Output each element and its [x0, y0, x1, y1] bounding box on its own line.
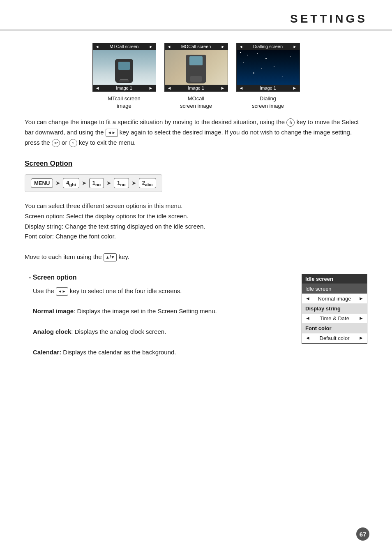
option-analog-clock: Analog clock: Displays the analog clock … — [33, 327, 289, 337]
screen-caption-mtcall: MTcall screen image — [108, 95, 140, 110]
phone-screen-box-mocall: ◄MOCall screen► ◄Image 1► — [164, 43, 228, 92]
title-arrow-left: ◄ — [95, 44, 99, 49]
phone-menu-time-date-label: Time & Date — [320, 315, 349, 321]
image-label: Image 1 — [260, 86, 276, 90]
title-arrow-right: ► — [221, 44, 225, 49]
screen-caption-mocall: MOcall screen image — [180, 95, 212, 110]
end-key-icon: ⌂ — [69, 139, 77, 147]
option-analog-clock-label: Analog clock — [33, 328, 71, 335]
phone-menu-header: Idle screen — [302, 274, 367, 284]
phone-screen-bottom-bar-mtcall: ◄Image 1► — [93, 85, 156, 91]
left-arrow-icon: ◄ — [305, 296, 310, 301]
desc-line-5: Move to each item using the ▲/▼ key. — [25, 252, 367, 262]
screen-option-text-col: - Screen option Use the ◄► key to select… — [25, 274, 289, 361]
desc-line-4: Font color: Change the font color. — [25, 231, 367, 242]
phone-screen-title-bar-dialing: ◄Dialling screen► — [237, 43, 300, 50]
phone-menu-font-color-label: Font color — [302, 324, 367, 333]
nav-key-menu: MENU — [31, 178, 53, 188]
desc-line-3: Display string: Change the text string d… — [25, 222, 367, 232]
phone-menu-sidebar: Idle screen Idle screen ◄ Normal image ►… — [302, 274, 367, 344]
screen-caption-dialing: Dialing screen image — [252, 95, 284, 110]
nav-arrow-1: ➤ — [55, 180, 60, 186]
screen-option-layout: - Screen option Use the ◄► key to select… — [25, 274, 367, 361]
phone-screen-title-bar-mocall: ◄MOCall screen► — [165, 43, 228, 50]
body-paragraph-1: You can change the image to fit a specif… — [25, 117, 367, 148]
desc-line-2: Screen option: Select the display option… — [25, 211, 367, 222]
phone-screen-img-area-dialing — [237, 50, 300, 85]
phone-screen-box-dialing: ◄Dialling screen► ◄Image 1► — [236, 43, 300, 92]
screen-images-row: ◄MTCall screen► ◄Image 1►MTcall screen i… — [25, 43, 367, 110]
title-arrow-right: ► — [149, 44, 153, 49]
lr-key-icon-2: ◄► — [56, 287, 68, 296]
right-arrow-icon: ► — [359, 296, 364, 301]
nav-sequence: MENU ➤ 4ghi ➤ 1no ➤ 1no ➤ 2abc — [25, 174, 162, 192]
phone-screen-bottom-bar-dialing: ◄Image 1► — [237, 85, 300, 91]
screen-option-sub-heading: - Screen option — [29, 274, 289, 281]
image-label: Image 1 — [188, 86, 204, 90]
phone-menu-normal-image: ◄ Normal image ► — [302, 294, 367, 304]
right-arrow-icon-2: ► — [359, 315, 364, 321]
screen-option-heading: Screen Option — [25, 160, 367, 168]
nav-arrow-2: ➤ — [82, 180, 87, 186]
phone-screen-bottom-bar-mocall: ◄Image 1► — [165, 85, 228, 91]
page-header: SETTINGS — [0, 0, 392, 30]
phone-menu-normal-image-label: Normal image — [318, 296, 351, 302]
right-arrow-icon-3: ► — [359, 335, 364, 341]
nav-arrow-3: ➤ — [106, 180, 111, 186]
option-calendar: Calendar: Displays the calendar as the b… — [33, 347, 289, 358]
phone-screen-box-mtcall: ◄MTCall screen► ◄Image 1► — [92, 43, 156, 92]
main-content: ◄MTCall screen► ◄Image 1►MTcall screen i… — [0, 43, 392, 361]
use-key-text: Use the ◄► key to select one of the four… — [33, 286, 289, 296]
phone-menu-time-date: ◄ Time & Date ► — [302, 314, 367, 324]
desc-line-1: You can select three different screen op… — [25, 201, 367, 211]
left-arrow-icon-2: ◄ — [305, 315, 310, 321]
phone-screen-title: MOCall screen — [181, 44, 211, 49]
phone-menu-default-color: ◄ Default color ► — [302, 333, 367, 343]
nav-arrow-4: ➤ — [131, 180, 136, 186]
updown-key-icon: ▲/▼ — [104, 253, 117, 262]
nav-key-4: 4ghi — [63, 178, 79, 189]
phone-screen-title: Dialling screen — [253, 44, 283, 49]
title-arrow-right: ► — [293, 44, 297, 49]
nav-key-2: 2abc — [139, 178, 156, 189]
nav-key-1a: 1no — [89, 178, 104, 189]
page-title: SETTINGS — [290, 12, 367, 25]
phone-menu-display-string-label: Display string — [302, 304, 367, 314]
option-normal-image: Normal image: Displays the image set in … — [33, 306, 289, 317]
bottom-arrow-right: ► — [293, 86, 297, 90]
bottom-arrow-left: ◄ — [239, 86, 244, 90]
description-block: You can select three different screen op… — [25, 201, 367, 262]
screen-img-block-mocall: ◄MOCall screen► ◄Image 1►MOcall screen i… — [164, 43, 228, 110]
lr-key-icon: ◄► — [106, 129, 118, 137]
page-number: 67 — [356, 527, 369, 541]
option-normal-image-label: Normal image — [33, 308, 74, 314]
phone-menu-idle-screen: Idle screen — [302, 284, 367, 294]
c-key-icon: ↩ — [52, 139, 60, 147]
screen-img-block-mtcall: ◄MTCall screen► ◄Image 1►MTcall screen i… — [92, 43, 156, 110]
title-arrow-left: ◄ — [167, 44, 171, 49]
image-label: Image 1 — [116, 86, 132, 90]
phone-screen-title: MTCall screen — [110, 44, 139, 49]
phone-menu-default-color-label: Default color — [320, 335, 350, 341]
bottom-arrow-left: ◄ — [167, 86, 172, 90]
phone-screen-title-bar-mtcall: ◄MTCall screen► — [93, 43, 156, 50]
phone-screen-img-area-mtcall — [93, 50, 156, 85]
left-arrow-icon-3: ◄ — [305, 335, 310, 341]
screen-img-block-dialing: ◄Dialling screen► ◄Image 1►Dialing scree… — [236, 43, 300, 110]
title-arrow-left: ◄ — [239, 44, 243, 49]
bottom-arrow-left: ◄ — [95, 86, 100, 90]
nav-key-1b: 1no — [114, 178, 129, 189]
nav-key-icon: ☆ — [286, 118, 295, 127]
phone-screen-img-area-mocall — [165, 50, 228, 85]
bottom-arrow-right: ► — [149, 86, 153, 90]
bottom-arrow-right: ► — [221, 86, 225, 90]
option-calendar-label: Calendar: — [33, 349, 61, 356]
